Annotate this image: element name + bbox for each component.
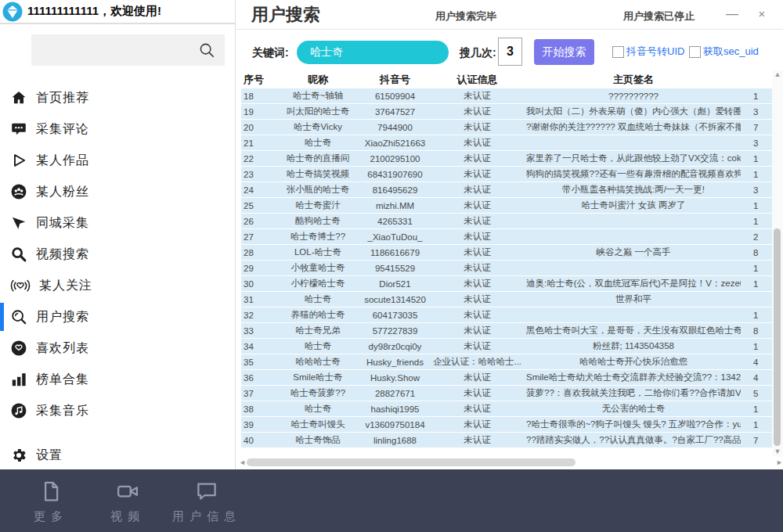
table-row[interactable]: 27哈士奇博士??_XiaoTuDou_未认证2 [241, 229, 772, 245]
search-count-input[interactable] [498, 38, 522, 66]
sidebar-item-user-search[interactable]: 用户搜索 [0, 301, 235, 332]
vertical-scrollbar[interactable]: ▲ ▼ [772, 70, 783, 457]
sidebar-item-fans[interactable]: 某人粉丝 [0, 176, 235, 207]
cell-dyid: socute1314520 [362, 295, 428, 304]
sidebar-item-location[interactable]: 同城采集 [0, 207, 235, 239]
cell-extra: 1 [741, 279, 772, 289]
sidebar-item-label: 某人作品 [36, 153, 89, 169]
cell-nick: 哈哈哈士奇 [274, 356, 362, 368]
checkbox-box[interactable] [612, 46, 624, 58]
table-row[interactable]: 22哈士奇的直播间2100295100未认证家里养了一只哈士奇，从此跟他较上劲了… [241, 151, 772, 167]
minimize-button[interactable]: — [723, 5, 742, 23]
sidebar-menu: 首页推荐采集评论某人作品某人粉丝同城采集视频搜索某人关注用户搜索喜欢列表榜单合集… [0, 82, 235, 426]
bottombar-item-more[interactable]: 更多 [23, 480, 78, 524]
cell-nick: 叫太阳的哈士奇 [274, 106, 362, 117]
table-row[interactable]: 38哈士奇hashiqi1995未认证无公害的哈士奇1 [241, 401, 772, 417]
vertical-scrollbar-thumb[interactable] [774, 228, 781, 446]
checkbox-label: 抖音号转UID [626, 45, 684, 59]
table-row[interactable]: 29小牧童哈士奇95415529未认证1 [241, 261, 772, 276]
table-row[interactable]: 39哈士奇叫馒头v13609750184未认证?哈士奇很乖的~?狗子叫馒头 馒头… [241, 417, 772, 433]
sidebar-settings-container: 设置 [0, 440, 235, 471]
cell-extra: 5 [741, 389, 772, 398]
table-row[interactable]: 20哈士奇Vicky7944900未认证?谢谢你的关注?????? 双血统哈士奇… [241, 120, 772, 135]
close-button[interactable]: × [752, 5, 771, 23]
sidebar-item-home[interactable]: 首页推荐 [0, 82, 235, 113]
table-row[interactable]: 25哈士奇蜜汁mizhi.MM未认证哈士奇叫蜜汁 女孩 两岁了1 [241, 198, 772, 214]
sidebar-search-box[interactable] [31, 34, 225, 66]
table-row[interactable]: 37哈士奇菠萝??28827671未认证菠萝??：喜欢我就关注我吧，二给你们看?… [241, 386, 772, 401]
scroll-right-arrow-icon[interactable]: ► [776, 458, 783, 466]
cell-seq: 40 [241, 436, 274, 445]
sidebar-item-play[interactable]: 某人作品 [0, 145, 235, 176]
comment-icon [10, 120, 27, 138]
bottombar-item-label: 视频 [100, 509, 155, 524]
cell-sig: Smile哈士奇幼犬哈士奇交流群养犬经验交流??：1342525... [526, 372, 741, 383]
table-row[interactable]: 40哈士奇饰品linling1688未认证??踏踏实实做人，??认认真真做事。?… [241, 433, 772, 448]
cell-nick: 小牧童哈士奇 [274, 262, 362, 274]
sidebar-item-comment[interactable]: 采集评论 [0, 113, 235, 145]
bottombar-item-video[interactable]: 视频 [100, 480, 155, 524]
cell-extra: 4 [741, 373, 772, 383]
table-row[interactable]: 28LOL-哈士奇1186616679未认证峡谷之巅 一个高手8 [241, 245, 772, 261]
search-icon[interactable] [198, 41, 215, 59]
table-row[interactable]: 36Smile哈士奇Husky.Show未认证Smile哈士奇幼犬哈士奇交流群养… [241, 370, 772, 386]
table-row[interactable]: 34哈士奇dy98rz0cqi0y未认证粉丝群; 11435043581 [241, 339, 772, 354]
keyword-input[interactable] [310, 42, 439, 63]
cell-sig: 峡谷之巅 一个高手 [526, 246, 741, 258]
cell-dyid: 37647527 [362, 107, 428, 117]
cell-auth: 未认证 [428, 262, 526, 274]
checkbox-douyin-to-uid[interactable]: 抖音号转UID [612, 45, 684, 59]
welcome-text: 111111111111，欢迎使用! [27, 4, 161, 19]
table-row[interactable]: 30小柠檬哈士奇Dior521未认证迪奥:哈士奇(公，双血统冠军后代)不是阿拉！… [241, 276, 772, 292]
cell-seq: 32 [241, 311, 274, 320]
cell-dyid: 1186616679 [362, 248, 428, 257]
scroll-left-arrow-icon[interactable]: ◄ [239, 458, 246, 466]
horizontal-scrollbar[interactable]: ◄ ► [239, 457, 783, 468]
table-row[interactable]: 19叫太阳的哈士奇37647527未认证我叫太阳（二）外表呆萌（傻）内心强大（彪… [241, 104, 772, 120]
start-search-button[interactable]: 开始搜索 [534, 39, 594, 65]
cell-sig: ??踏踏实实做人，??认认真真做事。?自家工厂??高品质，... [526, 434, 741, 446]
cell-seq: 29 [241, 264, 274, 273]
table-row[interactable]: 35哈哈哈士奇Husky_friends企业认证：哈哈哈士...哈哈哈士奇开心快… [241, 354, 772, 370]
checkbox-box[interactable] [689, 46, 701, 58]
keyword-pill[interactable] [297, 41, 449, 64]
cell-nick: 哈士奇叫馒头 [274, 419, 362, 430]
cell-auth: 未认证 [428, 293, 526, 305]
cell-seq: 34 [241, 342, 274, 351]
table-row[interactable]: 33哈士奇兄弟577227839未认证黑色哈士奇叫大宝，是哥哥，天生没有双眼红色… [241, 323, 772, 339]
cell-dyid: 61509904 [362, 92, 428, 101]
column-header-douyin-id: 抖音号 [362, 73, 428, 87]
sidebar-item-label: 首页推荐 [36, 90, 89, 106]
cell-sig: 黑色哈士奇叫大宝，是哥哥，天生没有双眼红色哈士奇叫... [526, 325, 741, 336]
cell-dyid: hashiqi1995 [362, 404, 428, 414]
sidebar-item-heart[interactable]: 喜欢列表 [0, 332, 235, 364]
bottombar-item-label: 用户信息 [166, 509, 247, 524]
checkbox-get-secuid[interactable]: 获取sec_uid [689, 45, 759, 59]
sidebar-item-label: 设置 [36, 448, 63, 464]
table-row[interactable]: 24张小瓶的哈士奇816495629未认证带小瓶盖各种搞笑挑战:两/一天一更!3 [241, 182, 772, 198]
sidebar-item-chart[interactable]: 榜单合集 [0, 364, 235, 395]
table-row[interactable]: 18哈士奇~轴轴61509904未认证??????????1 [241, 88, 772, 104]
cell-seq: 24 [241, 185, 274, 195]
table-row[interactable]: 32养猫的哈士奇604173035未认证1 [241, 307, 772, 323]
table-row[interactable]: 21哈士奇XiaoZhi521663未认证3 [241, 135, 772, 151]
cell-auth: 未认证 [428, 434, 526, 446]
horizontal-scrollbar-thumb[interactable] [247, 458, 576, 466]
cell-extra: 8 [741, 248, 772, 257]
scroll-down-arrow-icon[interactable]: ▼ [772, 448, 783, 455]
sidebar-item-settings[interactable]: 设置 [0, 440, 235, 471]
bottombar-item-userinfo[interactable]: 用户信息 [166, 480, 247, 524]
table-row[interactable]: 31哈士奇socute1314520未认证世界和平 [241, 292, 772, 307]
sidebar-search-input[interactable] [38, 34, 194, 66]
sidebar-item-video-search[interactable]: 视频搜索 [0, 239, 235, 270]
play-icon [10, 152, 27, 169]
bottom-toolbar: 更多 视频 用户信息 [0, 469, 783, 532]
scroll-up-arrow-icon[interactable]: ▲ [772, 70, 783, 78]
table-row[interactable]: 26酷狗哈士奇4265331未认证1 [241, 214, 772, 229]
sidebar-item-music[interactable]: 采集音乐 [0, 395, 235, 426]
cell-sig: 世界和平 [526, 293, 741, 305]
cell-auth: 未认证 [428, 340, 526, 352]
sidebar-item-follow[interactable]: 某人关注 [0, 270, 235, 301]
table-row[interactable]: 23哈士奇搞笑视频68431907690未认证狗狗的搞笑视频??还有一些有趣滑稽… [241, 167, 772, 182]
cell-seq: 22 [241, 154, 274, 164]
